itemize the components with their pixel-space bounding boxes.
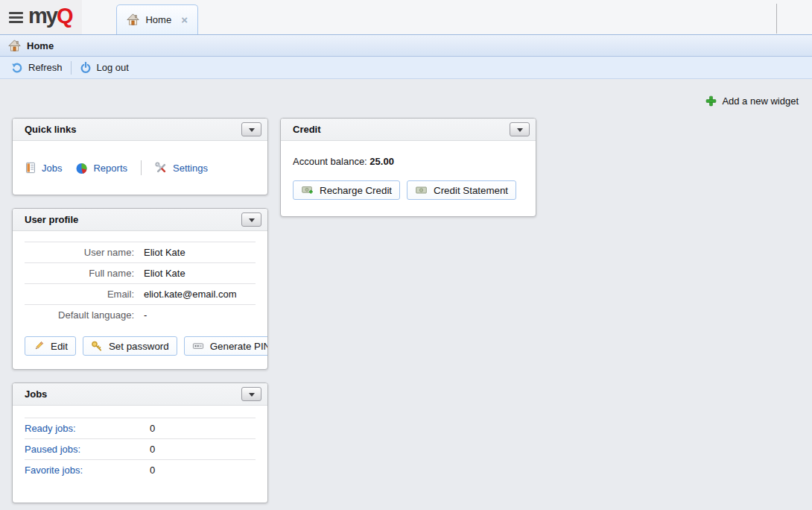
button-label: Credit Statement [434, 185, 508, 196]
recharge-credit-button[interactable]: Recharge Credit [293, 180, 400, 200]
credit-buttons: Recharge Credit Credit Statement [293, 180, 524, 200]
power-icon [80, 62, 92, 74]
widget-quick-links: Quick links [12, 118, 268, 195]
row-label: Email: [25, 289, 144, 300]
edit-button[interactable]: Edit [25, 336, 76, 356]
banknote-plus-icon [301, 184, 314, 196]
jobs-row-favorite: Favorite jobs: 0 [25, 459, 256, 480]
widget-title: Quick links [25, 124, 76, 135]
widget-user-profile: User profile User name: Eliot Kate Full … [12, 208, 268, 370]
tab-label: Home [145, 14, 171, 25]
favorite-jobs-link[interactable]: Favorite jobs: [25, 465, 150, 476]
home-icon [8, 40, 21, 52]
add-widget-label: Add a new widget [722, 95, 799, 107]
credit-header: Credit [281, 119, 536, 141]
jobs-body: Ready jobs: 0 Paused jobs: 0 Favorite jo… [13, 406, 267, 503]
banknote-icon [415, 184, 428, 196]
chevron-down-icon [517, 128, 523, 135]
page-header: Home [0, 34, 812, 57]
key-icon [91, 340, 103, 352]
quick-links-body: Jobs Reports [13, 141, 267, 195]
jobs-header: Jobs [13, 383, 267, 406]
jobs-row-ready: Ready jobs: 0 [25, 418, 256, 438]
credit-body: Account balance: 25.00 [281, 141, 536, 216]
tab-home[interactable]: Home × [116, 4, 197, 34]
chevron-down-icon [249, 128, 255, 135]
collapse-widget-button[interactable] [510, 122, 530, 136]
set-password-button[interactable]: Set password [83, 336, 177, 356]
button-label: Set password [109, 341, 169, 352]
button-label: Edit [51, 341, 68, 352]
refresh-icon [11, 62, 23, 74]
topbar-divider [776, 4, 777, 34]
ready-jobs-link[interactable]: Ready jobs: [25, 423, 150, 434]
collapse-widget-button[interactable] [241, 212, 261, 227]
page-title: Home [27, 40, 54, 51]
profile-buttons: Edit Set password [25, 336, 256, 356]
widget-title: Jobs [25, 388, 47, 400]
dashboard-content: Add a new widget Quick links [0, 79, 812, 510]
generate-pin-button[interactable]: Generate PIN [184, 336, 268, 356]
row-value: - [144, 309, 147, 321]
logout-button[interactable]: Log out [72, 57, 137, 78]
collapse-widget-button[interactable] [241, 387, 261, 401]
quick-links-divider [141, 160, 142, 175]
button-label: Generate PIN [210, 341, 268, 352]
logout-label: Log out [97, 62, 129, 73]
quick-link-label: Reports [93, 163, 127, 174]
row-label: User name: [25, 247, 144, 258]
app-logo[interactable]: myQ [0, 0, 82, 34]
collapse-widget-button[interactable] [241, 122, 261, 136]
plus-icon [705, 95, 717, 107]
widget-title: Credit [293, 124, 321, 135]
home-icon [127, 13, 139, 26]
row-value: 0 [150, 423, 155, 434]
chevron-down-icon [249, 218, 255, 225]
add-widget-row: Add a new widget [12, 79, 800, 118]
row-value: 0 [150, 465, 155, 476]
profile-row-default-language: Default language: - [25, 304, 256, 325]
row-label: Default language: [25, 309, 144, 321]
user-profile-body: User name: Eliot Kate Full name: Eliot K… [13, 231, 267, 369]
menu-icon[interactable] [9, 12, 23, 23]
balance-value: 25.00 [369, 156, 394, 167]
user-profile-header: User profile [13, 209, 267, 231]
credit-statement-button[interactable]: Credit Statement [407, 180, 516, 200]
button-label: Recharge Credit [320, 185, 392, 196]
row-value: Eliot Kate [144, 247, 185, 258]
refresh-button[interactable]: Refresh [3, 57, 71, 78]
quick-link-reports[interactable]: Reports [75, 162, 127, 174]
row-value: Eliot Kate [144, 268, 185, 279]
pie-chart-icon [75, 162, 88, 174]
row-label: Full name: [25, 268, 144, 279]
quick-link-label: Settings [173, 163, 208, 174]
widget-jobs: Jobs Ready jobs: 0 Paused jobs: 0 [12, 382, 268, 503]
document-icon [25, 162, 37, 174]
widget-title: User profile [25, 214, 78, 225]
chevron-down-icon [249, 393, 255, 400]
account-balance: Account balance: 25.00 [293, 156, 524, 167]
tools-icon [155, 162, 168, 174]
add-widget-button[interactable]: Add a new widget [705, 95, 799, 107]
balance-label: Account balance: [293, 156, 367, 167]
quick-links-header: Quick links [13, 119, 267, 141]
profile-row-full-name: Full name: Eliot Kate [25, 262, 256, 283]
profile-row-user-name: User name: Eliot Kate [25, 242, 256, 262]
myq-app: myQ Home × Home [0, 0, 812, 510]
quick-link-jobs[interactable]: Jobs [25, 162, 62, 174]
refresh-label: Refresh [28, 62, 63, 73]
jobs-row-paused: Paused jobs: 0 [25, 438, 256, 459]
quick-link-label: Jobs [42, 163, 62, 174]
row-value: 0 [150, 444, 155, 455]
row-value: eliot.kate@email.com [144, 289, 236, 300]
action-toolbar: Refresh Log out [0, 57, 812, 79]
widget-credit: Credit Account balance: 25.00 [280, 118, 536, 217]
pencil-icon [33, 340, 45, 352]
quick-link-settings[interactable]: Settings [155, 162, 208, 174]
profile-row-email: Email: eliot.kate@email.com [25, 283, 256, 304]
tab-close-icon[interactable]: × [181, 13, 188, 26]
myq-logo-text: myQ [28, 5, 72, 30]
top-bar: myQ Home × [0, 0, 812, 34]
pin-pad-icon [192, 340, 204, 352]
paused-jobs-link[interactable]: Paused jobs: [25, 444, 150, 455]
